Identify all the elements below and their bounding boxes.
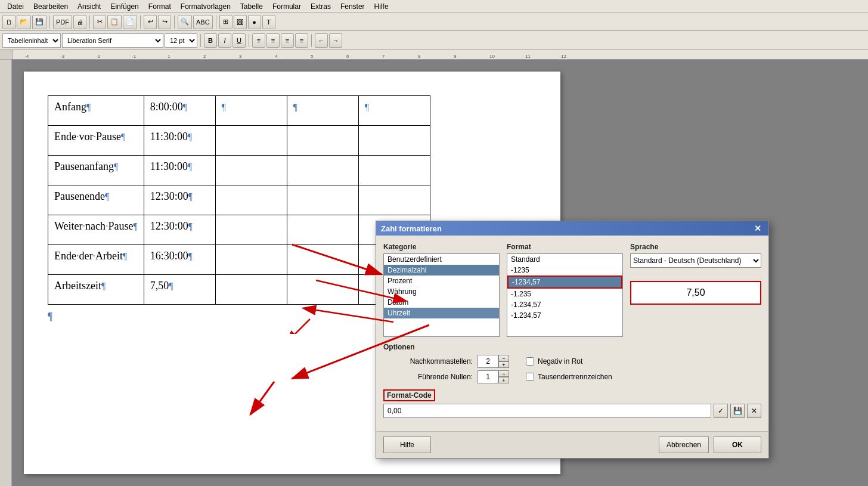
- table-cell[interactable]: [215, 156, 287, 185]
- kategorie-list[interactable]: Benutzerdefiniert Dezimalzahl Prozent Wä…: [383, 253, 500, 337]
- copy-button[interactable]: 📋: [107, 15, 122, 29]
- table-cell[interactable]: [358, 126, 430, 156]
- table-cell[interactable]: [287, 245, 358, 275]
- table-button[interactable]: ⊞: [219, 15, 232, 29]
- cat-item-waehrung[interactable]: Währung: [384, 286, 499, 297]
- format-item-123457c[interactable]: -1.234,57: [507, 310, 622, 321]
- align-center[interactable]: ≡: [266, 33, 280, 48]
- spell-button[interactable]: ABC: [193, 15, 213, 29]
- table-cell[interactable]: [215, 275, 287, 305]
- negativ-rot-checkbox[interactable]: [526, 357, 534, 366]
- hilfe-button[interactable]: Hilfe: [383, 437, 431, 453]
- format-code-check[interactable]: ✓: [714, 404, 728, 418]
- table-cell[interactable]: Ende·vor·Pause¶: [48, 126, 144, 156]
- menu-einfuegen[interactable]: Einfügen: [106, 1, 143, 12]
- ok-button[interactable]: OK: [714, 437, 761, 453]
- table-cell[interactable]: 12:30:00¶: [144, 215, 215, 245]
- menu-tabelle[interactable]: Tabelle: [235, 1, 268, 12]
- new-button[interactable]: 🗋: [2, 15, 16, 29]
- nachkommastellen-spinner[interactable]: − +: [478, 355, 509, 368]
- chart-button[interactable]: ●: [248, 15, 261, 29]
- table-cell[interactable]: Pausenanfang¶: [48, 156, 144, 185]
- align-justify[interactable]: ≡: [295, 33, 308, 48]
- format-list[interactable]: Standard -1235 -1234,57 -1.235 -1.234,57…: [507, 253, 623, 337]
- table-cell[interactable]: ¶: [358, 96, 430, 126]
- font-select[interactable]: Liberation Serif: [62, 33, 163, 48]
- style-select[interactable]: Tabelleninhalt: [2, 33, 61, 48]
- sprache-select[interactable]: Standard - Deutsch (Deutschland): [630, 253, 761, 268]
- format-item-123457-selected[interactable]: -1234,57: [507, 275, 622, 289]
- dialog-close-button[interactable]: ✕: [752, 224, 764, 233]
- table-cell[interactable]: 16:30:00¶: [144, 245, 215, 275]
- redo-button[interactable]: ↪: [158, 15, 171, 29]
- align-left[interactable]: ≡: [252, 33, 265, 48]
- table-cell[interactable]: Anfang¶: [48, 96, 144, 126]
- fuehrende-nullen-input[interactable]: [478, 370, 498, 383]
- format-code-input[interactable]: [383, 404, 711, 418]
- dialog-title-bar[interactable]: Zahl formatieren ✕: [376, 221, 768, 236]
- table-cell[interactable]: [358, 185, 430, 215]
- indent-less[interactable]: ←: [315, 33, 328, 48]
- italic-button[interactable]: I: [218, 33, 231, 48]
- table-cell[interactable]: 11:30:00¶: [144, 156, 215, 185]
- table-cell[interactable]: [358, 156, 430, 185]
- image-button[interactable]: 🖼: [234, 15, 247, 29]
- save-button[interactable]: 💾: [32, 15, 46, 29]
- table-cell[interactable]: ¶: [287, 96, 358, 126]
- underline-button[interactable]: U: [232, 33, 246, 48]
- table-cell[interactable]: [215, 245, 287, 275]
- table-cell[interactable]: [287, 275, 358, 305]
- fuehrende-nullen-dec[interactable]: −: [498, 370, 509, 377]
- cut-button[interactable]: ✂: [93, 15, 106, 29]
- nachkommastellen-inc[interactable]: +: [498, 361, 509, 368]
- cat-item-datum[interactable]: Datum: [384, 297, 499, 308]
- textbox-button[interactable]: T: [262, 15, 275, 29]
- size-select[interactable]: 12 pt: [165, 33, 197, 48]
- table-cell[interactable]: Arbeitszeit¶: [48, 275, 144, 305]
- menu-bearbeiten[interactable]: Bearbeiten: [29, 1, 73, 12]
- table-cell[interactable]: [215, 215, 287, 245]
- table-cell[interactable]: [215, 185, 287, 215]
- find-button[interactable]: 🔍: [178, 15, 192, 29]
- indent-more[interactable]: →: [329, 33, 342, 48]
- fuehrende-nullen-spinner[interactable]: − +: [478, 370, 509, 383]
- table-cell[interactable]: Pausenende¶: [48, 185, 144, 215]
- menu-format[interactable]: Format: [144, 1, 176, 12]
- cat-item-dezimalzahl[interactable]: Dezimalzahl: [384, 265, 499, 275]
- abbrechen-button[interactable]: Abbrechen: [659, 437, 709, 453]
- table-cell[interactable]: [287, 215, 358, 245]
- print-button[interactable]: 🖨: [73, 15, 86, 29]
- table-cell[interactable]: 7,50¶: [144, 275, 215, 305]
- cat-item-prozent[interactable]: Prozent: [384, 275, 499, 286]
- align-right[interactable]: ≡: [281, 33, 294, 48]
- table-cell[interactable]: Ende·der·Arbeit¶: [48, 245, 144, 275]
- tausend-checkbox[interactable]: [526, 373, 534, 381]
- format-item-standard[interactable]: Standard: [507, 254, 622, 265]
- nachkommastellen-input[interactable]: [478, 355, 498, 368]
- nachkommastellen-dec[interactable]: −: [498, 355, 509, 361]
- table-cell[interactable]: [287, 185, 358, 215]
- table-cell[interactable]: ¶: [215, 96, 287, 126]
- pdf-button[interactable]: PDF: [53, 15, 72, 29]
- cat-item-benutzerdefiniert[interactable]: Benutzerdefiniert: [384, 254, 499, 265]
- format-code-save[interactable]: 💾: [730, 404, 745, 418]
- menu-extras[interactable]: Extras: [306, 1, 336, 12]
- menu-hilfe[interactable]: Hilfe: [370, 1, 393, 12]
- menu-ansicht[interactable]: Ansicht: [73, 1, 106, 12]
- undo-button[interactable]: ↩: [144, 15, 157, 29]
- table-cell[interactable]: [287, 156, 358, 185]
- table-cell[interactable]: 12:30:00¶: [144, 185, 215, 215]
- fuehrende-nullen-inc[interactable]: +: [498, 377, 509, 383]
- menu-formular[interactable]: Formular: [268, 1, 306, 12]
- paste-button[interactable]: 📄: [123, 15, 137, 29]
- open-button[interactable]: 📂: [17, 15, 31, 29]
- format-item-1235b[interactable]: -1.235: [507, 289, 622, 299]
- table-cell[interactable]: [287, 126, 358, 156]
- menu-fenster[interactable]: Fenster: [336, 1, 370, 12]
- table-cell[interactable]: Weiter·nach·Pause¶: [48, 215, 144, 245]
- format-code-delete[interactable]: ✕: [747, 404, 761, 418]
- menu-formatvorlagen[interactable]: Formatvorlagen: [176, 1, 235, 12]
- table-cell[interactable]: 8:00:00¶: [144, 96, 215, 126]
- bold-button[interactable]: B: [204, 33, 217, 48]
- format-item-123457b[interactable]: -1.234,57: [507, 299, 622, 310]
